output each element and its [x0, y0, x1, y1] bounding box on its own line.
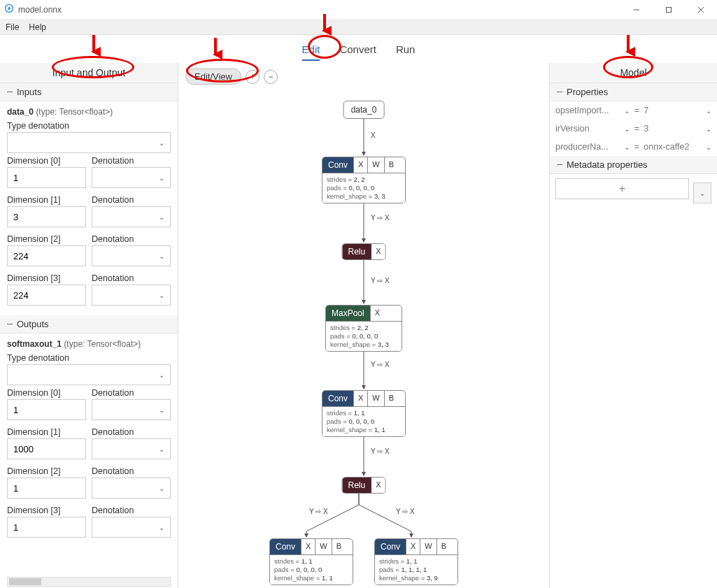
denotation-label: Denotation	[92, 466, 171, 476]
input-dim-label: Dimension [0]	[7, 156, 86, 166]
main-tabs: Edit Convert Run	[0, 35, 717, 63]
graph-canvas[interactable]: Edit/View + − data_0 X Conv	[178, 63, 549, 588]
output-dim-input[interactable]	[7, 478, 86, 499]
property-row: producerNa...⌄=onnx-caffe2⌄	[550, 138, 717, 156]
denotation-label: Denotation	[92, 388, 171, 398]
zoom-out-button[interactable]: −	[264, 70, 278, 84]
property-row: opsetImport...⌄=7⌄	[550, 101, 717, 120]
horizontal-scrollbar[interactable]	[7, 577, 171, 587]
tab-edit[interactable]: Edit	[301, 41, 322, 58]
node-conv-left[interactable]: Conv X W B strides = 1, 1 pads = 0, 0, 0…	[269, 538, 353, 585]
node-conv-1[interactable]: Conv X W B strides = 2, 2 pads = 0, 0, 0…	[322, 157, 406, 203]
input-dim-label: Dimension [2]	[7, 234, 86, 244]
output-dim-label: Dimension [0]	[7, 388, 86, 398]
zoom-in-button[interactable]: +	[246, 70, 260, 84]
property-value[interactable]: 3⌄	[644, 124, 711, 134]
app-icon	[4, 3, 14, 15]
output-dim-input[interactable]	[7, 399, 86, 420]
menubar: File Help	[0, 20, 717, 35]
node-maxpool[interactable]: MaxPoolX strides = 2, 2 pads = 0, 0, 0, …	[325, 305, 402, 352]
close-button[interactable]	[685, 0, 717, 20]
denotation-select[interactable]: ⌄	[92, 167, 171, 188]
denotation-label: Denotation	[92, 505, 171, 515]
input-tensor-row: data_0 (type: Tensor<float>)	[7, 107, 171, 117]
titlebar: model.onnx	[0, 0, 717, 20]
menu-help[interactable]: Help	[29, 22, 46, 32]
menu-file[interactable]: File	[6, 22, 19, 32]
type-denotation-label: Type denotation	[7, 353, 171, 363]
node-relu-2[interactable]: ReluX	[341, 477, 385, 494]
properties-header[interactable]: Properties	[550, 83, 717, 101]
property-name[interactable]: irVersion⌄	[555, 124, 630, 134]
edge-label: Y ⇨ X	[308, 508, 329, 515]
denotation-label: Denotation	[92, 195, 171, 205]
svg-point-1	[8, 7, 10, 10]
outputs-header[interactable]: Outputs	[0, 315, 178, 334]
edge-label: X	[369, 131, 377, 139]
type-denotation-select[interactable]: ⌄	[7, 132, 171, 153]
edit-view-toggle[interactable]: Edit/View	[185, 69, 241, 85]
output-dim-input[interactable]	[7, 438, 86, 459]
metadata-header[interactable]: Metadata properties	[550, 156, 717, 174]
denotation-select[interactable]: ⌄	[92, 478, 171, 499]
edge-label: Y ⇨ X	[369, 361, 391, 368]
edge-label: Y ⇨ X	[369, 277, 391, 285]
denotation-select[interactable]: ⌄	[92, 285, 171, 306]
property-name[interactable]: opsetImport...⌄	[555, 106, 630, 115]
denotation-label: Denotation	[92, 234, 171, 244]
property-value[interactable]: 7⌄	[644, 106, 711, 115]
left-panel-title: Input and Output	[0, 63, 178, 83]
node-conv-right[interactable]: Conv X W B strides = 1, 1 pads = 1, 1, 1…	[374, 538, 458, 585]
collapse-icon	[557, 92, 562, 92]
denotation-select[interactable]: ⌄	[92, 438, 171, 459]
add-metadata-button[interactable]: +	[555, 178, 689, 199]
edge-label: Y ⇨ X	[369, 214, 391, 222]
svg-rect-3	[667, 7, 672, 12]
tab-run[interactable]: Run	[395, 41, 417, 58]
input-dim-input[interactable]	[7, 245, 86, 266]
denotation-select[interactable]: ⌄	[92, 399, 171, 420]
node-relu-1[interactable]: ReluX	[341, 243, 385, 260]
node-conv-2[interactable]: Conv X W B strides = 1, 1 pads = 0, 0, 0…	[322, 390, 406, 437]
denotation-label: Denotation	[92, 427, 171, 437]
right-panel: Model Properties opsetImport...⌄=7⌄irVer…	[549, 63, 717, 588]
edge-label: Y ⇨ X	[395, 508, 416, 515]
inputs-header[interactable]: Inputs	[0, 83, 178, 101]
left-panel: Input and Output Inputs data_0 (type: Te…	[0, 63, 178, 588]
edge-label: Y ⇨ X	[369, 447, 391, 455]
type-denotation-select[interactable]: ⌄	[7, 364, 171, 385]
output-dim-label: Dimension [3]	[7, 505, 86, 515]
denotation-label: Denotation	[92, 273, 171, 283]
property-value[interactable]: onnx-caffe2⌄	[644, 142, 711, 152]
input-dim-label: Dimension [3]	[7, 273, 86, 283]
collapse-icon	[557, 164, 562, 165]
denotation-label: Denotation	[92, 156, 171, 166]
type-denotation-label: Type denotation	[7, 121, 171, 131]
property-row: irVersion⌄=3⌄	[550, 120, 717, 138]
input-dim-input[interactable]	[7, 167, 86, 188]
output-dim-label: Dimension [1]	[7, 427, 86, 437]
metadata-dropdown-button[interactable]: ⌄	[693, 182, 711, 203]
denotation-select[interactable]: ⌄	[92, 206, 171, 227]
output-dim-input[interactable]	[7, 517, 86, 538]
property-name[interactable]: producerNa...⌄	[555, 142, 630, 152]
input-dim-input[interactable]	[7, 285, 86, 306]
denotation-select[interactable]: ⌄	[92, 517, 171, 538]
denotation-select[interactable]: ⌄	[92, 245, 171, 266]
minimize-button[interactable]	[620, 0, 653, 20]
input-dim-label: Dimension [1]	[7, 195, 86, 205]
collapse-icon	[7, 92, 13, 92]
maximize-button[interactable]	[653, 0, 685, 20]
window-title: model.onnx	[18, 5, 62, 15]
node-data-0[interactable]: data_0	[343, 101, 385, 119]
right-panel-title: Model	[550, 63, 717, 83]
output-tensor-row: softmaxout_1 (type: Tensor<float>)	[7, 339, 171, 349]
input-dim-input[interactable]	[7, 206, 86, 227]
collapse-icon	[7, 324, 13, 324]
tab-convert[interactable]: Convert	[338, 41, 378, 58]
output-dim-label: Dimension [2]	[7, 466, 86, 476]
